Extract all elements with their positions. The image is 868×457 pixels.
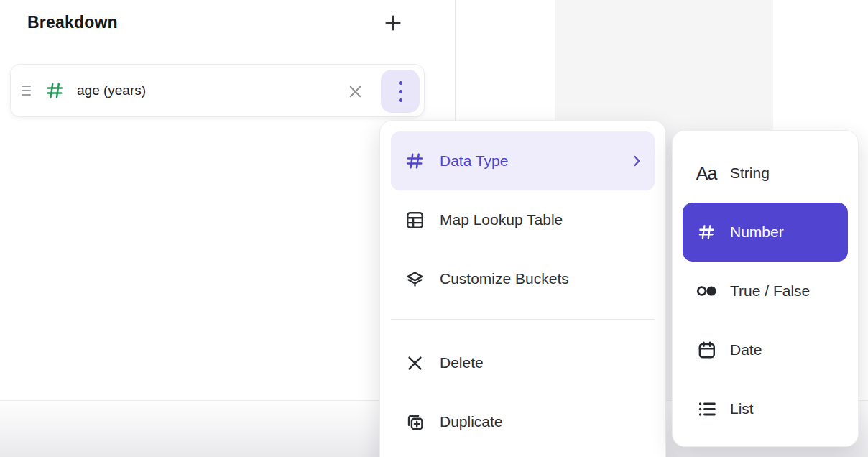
submenu-item-number[interactable]: Number: [683, 203, 848, 262]
add-breakdown-button[interactable]: [382, 11, 405, 34]
submenu-item-date[interactable]: Date: [683, 320, 848, 379]
menu-item-label: Customize Buckets: [440, 270, 645, 287]
submenu-item-label: Date: [730, 341, 841, 359]
hash-icon: [694, 222, 719, 242]
true-false-circles-icon: [694, 282, 719, 300]
menu-item-customize-buckets[interactable]: Customize Buckets: [391, 249, 655, 308]
menu-item-duplicate[interactable]: Duplicate: [391, 392, 655, 451]
menu-item-data-type[interactable]: Data Type: [391, 131, 655, 190]
calendar-icon: [694, 340, 719, 361]
menu-item-label: Map Lookup Table: [440, 211, 645, 228]
remove-field-button[interactable]: [342, 65, 368, 118]
submenu-item-label: String: [730, 165, 841, 182]
list-icon: [694, 399, 719, 420]
field-options-kebab-button[interactable]: [381, 70, 420, 113]
kebab-dot: [399, 98, 402, 102]
submenu-item-label: List: [730, 400, 841, 417]
submenu-item-true-false[interactable]: True / False: [683, 262, 848, 320]
submenu-item-label: Number: [730, 223, 841, 241]
drag-handle-icon[interactable]: [22, 86, 31, 96]
breakdown-field-card[interactable]: age (years): [10, 64, 425, 117]
kebab-dot: [399, 90, 402, 93]
menu-item-delete[interactable]: Delete: [391, 333, 655, 392]
menu-item-label: Delete: [440, 354, 645, 371]
menu-divider: [391, 319, 655, 320]
submenu-item-list[interactable]: List: [683, 379, 848, 438]
field-context-menu: Data Type Map Lookup Table Customize Buc…: [379, 120, 666, 457]
x-icon: [402, 354, 427, 373]
copy-plus-icon: [402, 412, 427, 433]
menu-item-label: Duplicate: [440, 413, 645, 430]
field-name-label: age (years): [77, 83, 146, 98]
page-title: Breakdown: [27, 13, 118, 32]
menu-item-label: Data Type: [440, 152, 629, 170]
kebab-dot: [399, 81, 402, 85]
stack-icon: [402, 269, 427, 290]
hash-icon: [402, 150, 427, 172]
menu-item-map-lookup-table[interactable]: Map Lookup Table: [391, 190, 655, 249]
chevron-right-icon: [629, 153, 645, 169]
data-type-submenu: Aa String Number True / False Date: [672, 130, 859, 447]
table-icon: [402, 210, 427, 231]
plus-icon: [383, 13, 403, 33]
submenu-item-label: True / False: [730, 282, 841, 300]
number-hash-icon: [42, 80, 67, 101]
submenu-item-string[interactable]: Aa String: [683, 144, 848, 203]
string-aa-icon: Aa: [694, 163, 719, 184]
